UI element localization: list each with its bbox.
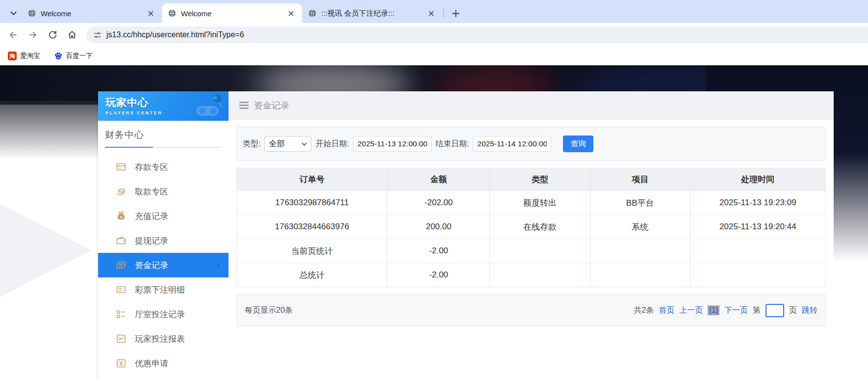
type-select[interactable]: 全部 bbox=[264, 136, 311, 152]
column-header: 订单号 bbox=[237, 168, 387, 191]
bookmark-label: 爱淘宝 bbox=[20, 52, 40, 60]
site-settings-icon[interactable] bbox=[93, 31, 102, 39]
type-select-value: 全部 bbox=[269, 139, 284, 149]
current-page-indicator: [1] bbox=[708, 305, 719, 315]
table-cell: 1763032844663976 bbox=[237, 215, 387, 239]
tab-search-chevron-button[interactable] bbox=[5, 3, 22, 23]
sidebar-item-lottery-bet-details[interactable]: 彩票下注明细 bbox=[98, 277, 229, 302]
tab-close-icon[interactable] bbox=[145, 8, 156, 19]
chevron-right-icon: › bbox=[217, 260, 220, 271]
sidebar-item-deposit-zone[interactable]: 存款专区 bbox=[98, 155, 229, 179]
table-cell: -2.00 bbox=[387, 263, 490, 287]
filter-bar: 类型: 全部 开始日期: 结束日期: 查询 bbox=[236, 127, 826, 161]
table-cell bbox=[490, 239, 590, 263]
hand-coins-icon bbox=[116, 186, 127, 197]
new-tab-button[interactable] bbox=[448, 6, 463, 21]
tab-title: Welcome bbox=[41, 9, 141, 18]
globe-icon bbox=[27, 9, 36, 18]
chart-report-icon bbox=[116, 333, 127, 344]
browser-tab-welcome-2-active[interactable]: Welcome bbox=[162, 3, 302, 23]
fund-records-table: 订单号 金额 类型 项目 处理时间 1763032987864711-202.0… bbox=[236, 168, 826, 287]
page-viewport: 玩家中心 PLAYERS CENTER 财务中心 bbox=[0, 65, 868, 380]
jump-go-link[interactable]: 跳转 bbox=[802, 305, 817, 316]
table-cell: -202.00 bbox=[387, 191, 490, 215]
sidebar-item-label: 充值记录 bbox=[135, 211, 168, 222]
page-jump-input[interactable] bbox=[766, 304, 784, 317]
sidebar-menu: 存款专区 取款专区 ¥ 充值记录 bbox=[98, 155, 229, 376]
table-cell: 在线存款 bbox=[490, 215, 590, 239]
column-header: 处理时间 bbox=[690, 168, 825, 191]
tab-close-icon[interactable] bbox=[285, 8, 296, 19]
bookmark-taobao[interactable]: 淘 爱淘宝 bbox=[8, 52, 40, 60]
sidebar-item-withdraw-zone[interactable]: 取款专区 bbox=[98, 179, 229, 204]
address-bar[interactable]: js13.cc/hhcp/usercenter.html?iniType=6 bbox=[86, 27, 868, 43]
table-cell: 2025-11-13 19:20:44 bbox=[690, 215, 825, 239]
url-text[interactable]: js13.cc/hhcp/usercenter.html?iniType=6 bbox=[106, 30, 244, 39]
main-panel: 资金记录 类型: 全部 开始日期: 结束日期: 查询 bbox=[229, 91, 834, 380]
table-cell: 系统 bbox=[590, 215, 690, 239]
table-cell: 额度转出 bbox=[490, 191, 590, 215]
money-bag-icon: ¥ bbox=[116, 211, 127, 221]
total-count-text: 共2条 bbox=[634, 305, 654, 316]
sidebar-banner: 玩家中心 PLAYERS CENTER bbox=[98, 91, 229, 121]
sidebar-item-promo-application[interactable]: 优惠申请 bbox=[98, 351, 229, 376]
browser-tab-betting-records[interactable]: :::视讯 会员下注纪录::: bbox=[302, 3, 442, 23]
table-cell: BB平台 bbox=[590, 191, 690, 215]
content-body: 类型: 全部 开始日期: 结束日期: 查询 bbox=[229, 120, 834, 333]
forward-button[interactable] bbox=[25, 27, 41, 43]
tab-title: Welcome bbox=[181, 9, 281, 18]
gamepad-icon bbox=[189, 93, 225, 119]
table-row: 1763032844663976200.00在线存款系统2025-11-13 1… bbox=[237, 215, 826, 239]
reload-button[interactable] bbox=[44, 27, 61, 43]
table-body: 1763032987864711-202.00额度转出BB平台2025-11-1… bbox=[237, 191, 826, 287]
sidebar-item-withdrawal-records[interactable]: 提现记录 bbox=[98, 228, 229, 253]
globe-icon bbox=[308, 9, 317, 18]
type-label: 类型: bbox=[243, 139, 260, 149]
bookmark-label: 百度一下 bbox=[66, 52, 93, 60]
back-button[interactable] bbox=[5, 27, 22, 43]
next-page-link[interactable]: 下一页 bbox=[724, 305, 748, 316]
sidebar-item-recharge-records[interactable]: ¥ 充值记录 bbox=[98, 204, 229, 228]
taobao-icon: 淘 bbox=[8, 52, 17, 60]
prev-page-link[interactable]: 上一页 bbox=[679, 305, 703, 316]
list-card-icon bbox=[116, 284, 127, 295]
home-icon bbox=[67, 30, 77, 40]
content-header: 资金记录 bbox=[229, 91, 834, 120]
sidebar-item-label: 玩家投注报表 bbox=[135, 333, 185, 345]
column-header: 项目 bbox=[590, 168, 690, 191]
sidebar-item-fund-records[interactable]: 资金记录 › bbox=[98, 253, 229, 277]
reload-icon bbox=[48, 30, 57, 40]
table-row: 1763032987864711-202.00额度转出BB平台2025-11-1… bbox=[237, 191, 826, 215]
sidebar-item-player-bet-report[interactable]: 玩家投注报表 bbox=[98, 326, 229, 351]
first-page-link[interactable]: 首页 bbox=[659, 305, 674, 316]
table-cell: -2.00 bbox=[387, 239, 490, 263]
table-row: 总统计-2.00 bbox=[237, 263, 826, 287]
end-date-input[interactable] bbox=[473, 136, 551, 152]
svg-text:¥: ¥ bbox=[120, 215, 123, 219]
browser-chrome: Welcome Welcome :::视讯 会员下注纪录::: bbox=[0, 0, 868, 65]
start-date-input[interactable] bbox=[353, 136, 432, 152]
page-title: 资金记录 bbox=[254, 100, 289, 111]
start-date-label: 开始日期: bbox=[315, 139, 349, 149]
browser-tab-welcome-1[interactable]: Welcome bbox=[22, 3, 162, 23]
sidebar-item-label: 取款专区 bbox=[135, 186, 168, 197]
table-cell bbox=[590, 239, 690, 263]
home-button[interactable] bbox=[64, 27, 80, 43]
query-button[interactable]: 查询 bbox=[563, 136, 593, 152]
sidebar-item-label: 存款专区 bbox=[135, 162, 168, 173]
table-cell: 1763032987864711 bbox=[237, 191, 387, 215]
table-cell: 总统计 bbox=[237, 263, 387, 287]
promo-envelope-icon bbox=[116, 358, 127, 369]
sidebar-item-label: 彩票下注明细 bbox=[135, 284, 185, 296]
pagination-bar: 每页显示20条 共2条 首页 上一页 [1] 下一页 第 页 跳转 bbox=[236, 294, 826, 326]
table-cell: 当前页统计 bbox=[237, 239, 387, 263]
background-triangle bbox=[0, 204, 91, 297]
table-cell bbox=[690, 263, 825, 287]
column-header: 金额 bbox=[387, 168, 490, 191]
tab-close-icon[interactable] bbox=[426, 8, 436, 19]
pagination-controls: 共2条 首页 上一页 [1] 下一页 第 页 跳转 bbox=[634, 304, 817, 317]
chevron-down-icon bbox=[302, 142, 307, 146]
sidebar-item-hall-bet-records[interactable]: 厅室投注记录 bbox=[98, 302, 229, 326]
bookmark-baidu[interactable]: du 百度一下 bbox=[54, 52, 93, 60]
end-date-label: 结束日期: bbox=[435, 139, 469, 149]
